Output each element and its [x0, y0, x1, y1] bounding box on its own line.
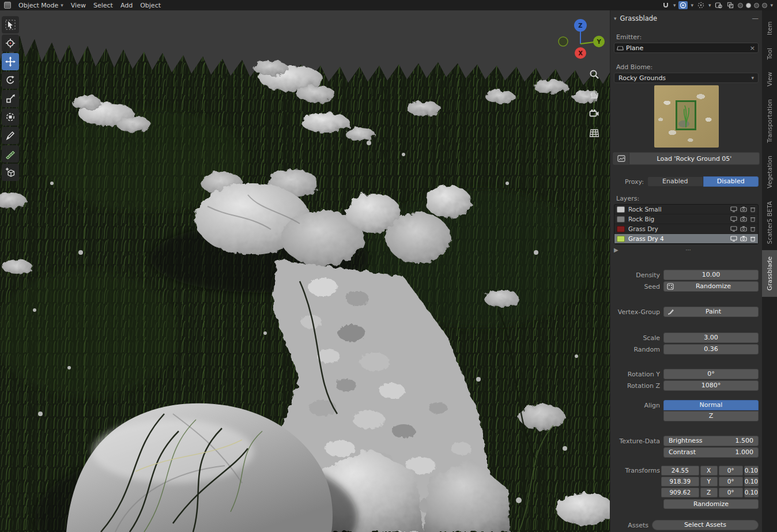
tool-scale[interactable] — [2, 90, 19, 107]
transform-value-y[interactable]: 918.39 — [661, 477, 699, 486]
transforms-randomize-button[interactable]: Randomize — [663, 499, 759, 509]
clear-emitter-icon[interactable]: × — [750, 44, 755, 52]
transform-value-x[interactable]: 24.55 — [661, 466, 699, 476]
pivot-point-icon[interactable] — [696, 1, 706, 9]
disclosure-triangle-icon[interactable]: ▶ — [614, 247, 618, 253]
mode-dropdown[interactable]: Object Mode ▾ — [18, 2, 63, 9]
transform-angle-y[interactable]: 0° — [719, 477, 743, 486]
shading-rendered-icon[interactable] — [762, 3, 767, 8]
overlays-icon[interactable] — [714, 1, 723, 9]
align-normal-button[interactable]: Normal — [663, 400, 759, 410]
transform-axis-z[interactable]: Z — [700, 488, 718, 497]
tool-select-box[interactable] — [2, 16, 19, 33]
transform-value-z[interactable]: 909.62 — [661, 488, 699, 497]
transform-rand-z[interactable]: 0.10 — [744, 488, 759, 497]
tab-view[interactable]: View — [762, 66, 777, 93]
layers-label: Layers: — [616, 195, 639, 202]
shading-wireframe-icon[interactable] — [738, 3, 743, 8]
hide-render-camera-icon[interactable] — [740, 236, 747, 242]
transform-axis-x[interactable]: X — [700, 466, 718, 476]
proxy-enabled-button[interactable]: Enabled — [647, 176, 703, 187]
layer-row[interactable]: Grass Dry — [614, 224, 758, 234]
menu-select[interactable]: Select — [93, 2, 113, 9]
delete-layer-trash-icon[interactable] — [750, 236, 756, 242]
zoom-icon[interactable] — [588, 68, 601, 81]
shading-dropdown-icon[interactable]: ▾ — [770, 2, 773, 8]
tool-move[interactable] — [2, 53, 19, 70]
rotation-y-field[interactable]: 0° — [663, 369, 759, 379]
axis-y-negative-ball[interactable] — [559, 37, 568, 46]
transform-rand-y[interactable]: 0.10 — [744, 477, 759, 486]
tab-transportation[interactable]: Transportation — [762, 93, 777, 149]
biome-dropdown[interactable]: Rocky Grounds ▾ — [614, 73, 759, 83]
transform-angle-x[interactable]: 0° — [719, 466, 743, 476]
orthographic-grid-icon[interactable] — [588, 127, 601, 139]
proxy-segment: Enabled Disabled — [647, 176, 759, 187]
tab-tool[interactable]: Tool — [762, 41, 777, 66]
scale-field[interactable]: 3.00 — [663, 333, 759, 343]
tool-cursor[interactable] — [2, 35, 19, 52]
transform-axis-y[interactable]: Y — [700, 477, 718, 486]
tool-measure[interactable] — [2, 145, 19, 163]
rotation-z-field[interactable]: 1080° — [663, 380, 759, 391]
delete-layer-trash-icon[interactable] — [750, 226, 756, 232]
load-biome-button[interactable]: Load 'Rocky Ground 05' — [613, 152, 760, 165]
hide-viewport-monitor-icon[interactable] — [730, 226, 737, 232]
emitter-field[interactable]: Plane × — [614, 43, 759, 53]
paint-button[interactable]: Paint — [663, 307, 759, 317]
panel-header[interactable]: ▾ Grassblade — — [614, 13, 759, 24]
panel-collapse-icon[interactable]: ▾ — [614, 16, 617, 21]
viewport-3d[interactable]: Z Y X — [0, 10, 610, 532]
xray-toggle-icon[interactable] — [726, 1, 735, 9]
delete-layer-trash-icon[interactable] — [750, 216, 756, 222]
hide-render-camera-icon[interactable] — [740, 226, 747, 232]
proportional-dropdown-icon[interactable]: ▾ — [691, 2, 693, 8]
seed-randomize-button[interactable]: Randomize — [663, 281, 759, 292]
layer-row[interactable]: Rock Big — [614, 214, 758, 224]
layer-row-selected[interactable]: Grass Dry 4 — [614, 234, 758, 244]
hide-viewport-monitor-icon[interactable] — [730, 206, 737, 212]
layers-subpanel-row[interactable]: ▶ ⋯ — [614, 246, 759, 254]
tool-add-cube[interactable] — [2, 164, 19, 181]
shading-solid-icon[interactable] — [746, 3, 751, 8]
viewport-3d-scene[interactable] — [0, 10, 610, 532]
navigation-gizmo[interactable]: Z Y X — [550, 17, 608, 69]
tab-scatter5-beta[interactable]: Scatter5 BETA — [762, 195, 777, 251]
hide-viewport-monitor-icon[interactable] — [730, 216, 737, 222]
transform-angle-z[interactable]: 0° — [719, 488, 743, 497]
pan-hand-icon[interactable] — [588, 88, 601, 100]
select-assets-button[interactable]: Select Assets — [652, 520, 759, 530]
menu-object[interactable]: Object — [140, 2, 161, 9]
editor-type-icon[interactable] — [4, 2, 11, 9]
random-field[interactable]: 0.36 — [663, 344, 759, 354]
tab-item[interactable]: Item — [762, 15, 777, 41]
tab-vegetation[interactable]: Vegetation — [762, 149, 777, 195]
biome-preview-image[interactable] — [654, 85, 719, 148]
shading-material-icon[interactable] — [754, 3, 759, 8]
density-field[interactable]: 10.00 — [663, 270, 759, 280]
panel-drag-handle[interactable]: — — [752, 14, 759, 22]
pivot-dropdown-icon[interactable]: ▾ — [708, 2, 711, 8]
tool-rotate[interactable] — [2, 71, 19, 89]
tool-transform[interactable] — [2, 108, 19, 126]
snap-magnet-icon[interactable] — [661, 1, 670, 9]
hide-render-camera-icon[interactable] — [740, 216, 747, 222]
menu-view[interactable]: View — [71, 2, 86, 9]
hide-render-camera-icon[interactable] — [740, 206, 747, 212]
brightness-slider[interactable]: Brightness 1.500 — [663, 436, 759, 446]
align-z-button[interactable]: Z — [663, 411, 759, 421]
contrast-slider[interactable]: Contrast 1.000 — [663, 447, 759, 458]
hide-viewport-monitor-icon[interactable] — [730, 236, 737, 242]
transforms-randomize-row: Randomize — [614, 499, 759, 509]
delete-layer-trash-icon[interactable] — [750, 206, 756, 212]
transform-rand-x[interactable]: 0.10 — [744, 466, 759, 476]
camera-view-icon[interactable] — [588, 107, 601, 120]
align-row: Align Normal — [614, 400, 759, 410]
proportional-editing-icon[interactable] — [678, 1, 688, 9]
tab-grassblade[interactable]: Grassblade — [762, 250, 777, 297]
layer-row[interactable]: Rock Small — [614, 205, 758, 214]
tool-annotate[interactable] — [2, 127, 19, 144]
proxy-disabled-button[interactable]: Disabled — [703, 176, 759, 187]
snap-dropdown-icon[interactable]: ▾ — [673, 2, 676, 8]
menu-add[interactable]: Add — [120, 2, 133, 9]
